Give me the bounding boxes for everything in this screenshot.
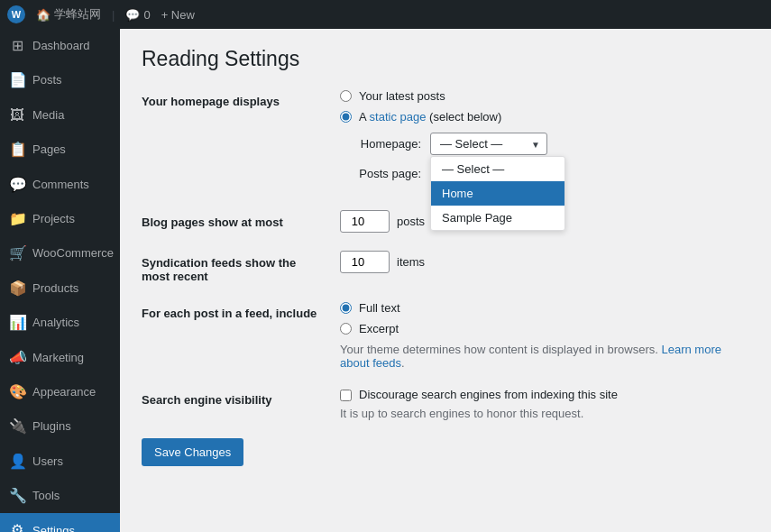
plugins-icon: 🔌 <box>9 417 25 436</box>
posts-page-field-label: Posts page: <box>340 167 421 180</box>
sidebar-label-media: Media <box>32 107 64 124</box>
search-visibility-row: Search engine visibility Discourage sear… <box>142 388 749 420</box>
sidebar-label-appearance: Appearance <box>32 384 96 400</box>
site-icon: 🏠 <box>36 8 50 22</box>
dashboard-icon: ⊞ <box>9 36 25 56</box>
radio-static-label: A static page (select below) <box>359 110 501 124</box>
feeds-control: items <box>340 251 749 273</box>
feeds-suffix: items <box>397 255 425 269</box>
media-icon: 🖼 <box>9 105 25 125</box>
sidebar-item-woocommerce[interactable]: 🛒 WooCommerce <box>0 236 120 271</box>
page-title: Reading Settings <box>142 47 749 71</box>
sidebar-label-projects: Projects <box>32 211 75 227</box>
static-page-suffix: (select below) <box>429 110 501 124</box>
pages-icon: 📋 <box>9 140 25 160</box>
sidebar-label-settings: Settings <box>32 523 75 532</box>
sidebar-item-users[interactable]: 👤 Users <box>0 445 120 479</box>
search-hint: It is up to search engines to honor this… <box>340 407 749 420</box>
feeds-row: Syndication feeds show themost recent it… <box>142 251 749 283</box>
topbar-separator: | <box>112 8 115 22</box>
sidebar-item-pages[interactable]: 📋 Pages <box>0 133 120 167</box>
appearance-icon: 🎨 <box>9 382 25 402</box>
topbar: W 🏠 学蜂站网 | 💬 0 + New <box>0 0 771 29</box>
menu-item-home[interactable]: Home <box>431 181 564 206</box>
homepage-dropdown-section: Homepage: — Select — Home Sample Page ▼ … <box>340 133 749 185</box>
feed-include-row: For each post in a feed, include Full te… <box>142 301 749 370</box>
sidebar-item-posts[interactable]: 📄 Posts <box>0 63 120 97</box>
radio-excerpt-label: Excerpt <box>359 322 399 335</box>
homepage-dropdown-wrapper: — Select — Home Sample Page ▼ — Select —… <box>430 133 547 155</box>
menu-item-select[interactable]: — Select — <box>431 157 564 181</box>
sidebar-item-appearance[interactable]: 🎨 Appearance <box>0 375 120 409</box>
radio-fulltext-label: Full text <box>359 301 400 315</box>
posts-icon: 📄 <box>9 70 25 90</box>
sidebar-label-marketing: Marketing <box>32 350 84 366</box>
sidebar-item-projects[interactable]: 📁 Projects <box>0 202 120 236</box>
sidebar: ⊞ Dashboard 📄 Posts 🖼 Media 📋 Pages 💬 Co… <box>0 29 120 532</box>
wp-logo: W <box>7 5 25 23</box>
analytics-icon: 📊 <box>9 313 25 333</box>
new-label: + New <box>161 8 195 22</box>
radio-fulltext-input[interactable] <box>340 302 352 314</box>
comment-icon: 💬 <box>125 8 140 22</box>
feeds-input[interactable] <box>340 251 390 273</box>
layout: ⊞ Dashboard 📄 Posts 🖼 Media 📋 Pages 💬 Co… <box>0 29 771 532</box>
sidebar-item-products[interactable]: 📦 Products <box>0 271 120 306</box>
feeds-number-row: items <box>340 251 749 273</box>
comments-count: 0 <box>143 8 150 22</box>
homepage-displays-control: Your latest posts A static page (select … <box>340 89 749 192</box>
sidebar-item-marketing[interactable]: 📣 Marketing <box>0 341 120 375</box>
search-visibility-label: Search engine visibility <box>142 388 340 407</box>
sidebar-item-dashboard[interactable]: ⊞ Dashboard <box>0 29 120 63</box>
sidebar-item-analytics[interactable]: 📊 Analytics <box>0 306 120 340</box>
radio-excerpt-input[interactable] <box>340 323 352 335</box>
homepage-dropdown-menu: — Select — Home Sample Page <box>430 156 565 231</box>
sidebar-label-pages: Pages <box>32 142 66 158</box>
sidebar-item-settings[interactable]: ⚙ Settings <box>0 513 120 532</box>
homepage-field-label: Homepage: <box>340 137 421 151</box>
homepage-displays-label: Your homepage displays <box>142 89 340 108</box>
radio-static-input[interactable] <box>340 111 352 123</box>
save-section: Save Changes <box>142 438 749 466</box>
sidebar-label-woocommerce: WooCommerce <box>32 245 114 261</box>
sidebar-label-products: Products <box>32 280 78 297</box>
tools-icon: 🔧 <box>9 486 25 506</box>
comments-icon: 💬 <box>9 175 25 195</box>
sidebar-item-tools[interactable]: 🔧 Tools <box>0 479 120 513</box>
search-visibility-control: Discourage search engines from indexing … <box>340 388 749 420</box>
projects-icon: 📁 <box>9 209 25 229</box>
settings-icon: ⚙ <box>9 520 25 532</box>
sidebar-label-comments: Comments <box>32 177 89 193</box>
sidebar-label-users: Users <box>32 454 63 470</box>
sidebar-item-comments[interactable]: 💬 Comments <box>0 168 120 202</box>
radio-fulltext: Full text <box>340 301 749 315</box>
products-icon: 📦 <box>9 279 25 298</box>
save-button[interactable]: Save Changes <box>142 438 243 466</box>
feed-include-label: For each post in a feed, include <box>142 301 340 320</box>
homepage-displays-row: Your homepage displays Your latest posts… <box>142 89 749 192</box>
feed-hint: Your theme determines how content is dis… <box>340 343 749 370</box>
blog-pages-input[interactable] <box>340 210 390 233</box>
site-name[interactable]: 学蜂站网 <box>54 6 101 23</box>
sidebar-item-plugins[interactable]: 🔌 Plugins <box>0 409 120 444</box>
sidebar-label-analytics: Analytics <box>32 315 79 331</box>
radio-excerpt: Excerpt <box>340 322 749 335</box>
search-checkbox-label: Discourage search engines from indexing … <box>359 388 618 401</box>
feed-include-control: Full text Excerpt Your theme determines … <box>340 301 749 370</box>
radio-latest-posts: Your latest posts <box>340 89 749 103</box>
woocommerce-icon: 🛒 <box>9 243 25 263</box>
blog-pages-suffix: posts <box>397 215 425 228</box>
menu-item-sample[interactable]: Sample Page <box>431 206 564 230</box>
radio-static-text: A <box>359 110 366 124</box>
homepage-select[interactable]: — Select — Home Sample Page <box>430 133 547 155</box>
radio-latest-input[interactable] <box>340 90 352 102</box>
sidebar-label-tools: Tools <box>32 488 60 504</box>
topbar-site: 🏠 学蜂站网 <box>36 6 101 23</box>
topbar-new[interactable]: + New <box>161 8 195 22</box>
radio-static-page: A static page (select below) <box>340 110 749 124</box>
marketing-icon: 📣 <box>9 348 25 368</box>
static-page-link[interactable]: static page <box>370 110 427 124</box>
topbar-comments[interactable]: 💬 0 <box>125 8 150 22</box>
search-visibility-checkbox[interactable] <box>340 390 352 401</box>
sidebar-item-media[interactable]: 🖼 Media <box>0 98 120 133</box>
